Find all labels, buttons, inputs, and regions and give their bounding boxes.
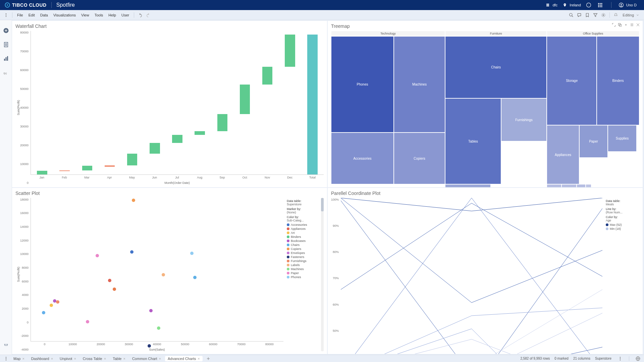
scatter-point[interactable] bbox=[132, 199, 135, 202]
waterfall-bar[interactable] bbox=[105, 165, 115, 167]
treemap-cell[interactable]: Storage bbox=[547, 36, 597, 125]
scatter-point[interactable] bbox=[86, 320, 89, 323]
scatter-point[interactable] bbox=[148, 344, 151, 348]
tab-table[interactable]: Table× bbox=[110, 356, 128, 361]
close-icon[interactable] bbox=[636, 23, 640, 27]
legend-item[interactable]: Machines bbox=[287, 267, 320, 271]
treemap-group-header[interactable]: Furniture bbox=[445, 31, 547, 36]
tab-dashboard[interactable]: Dashboard× bbox=[29, 356, 56, 361]
legend-item[interactable]: Chairs bbox=[287, 243, 320, 247]
treemap-cell[interactable]: Appliances bbox=[547, 125, 579, 185]
treemap-cell[interactable]: Furnishings bbox=[501, 98, 547, 141]
expand-icon[interactable] bbox=[612, 23, 616, 27]
tab-close-icon[interactable]: × bbox=[159, 357, 161, 361]
treemap-cell[interactable]: Labels bbox=[577, 184, 586, 187]
legend-item[interactable]: Envelopes bbox=[287, 251, 320, 255]
menu-tools[interactable]: Tools bbox=[92, 12, 106, 18]
menu-view[interactable]: View bbox=[78, 12, 92, 18]
gear-icon[interactable] bbox=[624, 23, 628, 27]
add-tab-icon[interactable] bbox=[206, 356, 211, 361]
scatter-point[interactable] bbox=[190, 252, 194, 255]
scatter-plot[interactable] bbox=[31, 198, 283, 342]
waterfall-bar[interactable] bbox=[82, 166, 93, 170]
more-vert-icon[interactable] bbox=[618, 356, 623, 361]
waterfall-plot[interactable] bbox=[31, 31, 324, 175]
tab-close-icon[interactable]: × bbox=[123, 357, 125, 361]
scatter-point[interactable] bbox=[108, 279, 111, 282]
treemap-cell[interactable]: Supplies bbox=[608, 125, 636, 152]
legend-scrollbar[interactable] bbox=[321, 198, 324, 352]
tab-close-icon[interactable]: × bbox=[51, 357, 53, 361]
treemap-cell[interactable]: Chairs bbox=[445, 36, 547, 98]
more-vert-icon[interactable] bbox=[4, 356, 8, 361]
waterfall-bar[interactable] bbox=[127, 154, 138, 165]
legend-item[interactable]: Accessories bbox=[287, 223, 320, 226]
tab-map[interactable]: Map× bbox=[11, 356, 27, 361]
treemap-cell[interactable]: Envelopes bbox=[561, 184, 576, 187]
treemap-cell[interactable]: Accessories bbox=[331, 133, 394, 185]
redo-icon[interactable] bbox=[146, 13, 151, 17]
tab-close-icon[interactable]: × bbox=[198, 357, 200, 361]
treemap-cell[interactable]: Machines bbox=[394, 36, 445, 133]
list-icon[interactable] bbox=[630, 23, 634, 27]
tab-advanced-charts[interactable]: Advanced Charts× bbox=[165, 356, 203, 361]
treemap-cell[interactable]: Paper bbox=[579, 125, 608, 158]
menu-edit[interactable]: Edit bbox=[26, 12, 38, 18]
treemap-cell[interactable]: Bookcases bbox=[445, 184, 491, 187]
treemap-group-header[interactable]: Office Supplies bbox=[547, 31, 639, 36]
legend-item[interactable]: Art bbox=[287, 231, 320, 235]
search-icon[interactable] bbox=[569, 13, 574, 17]
menu-visualizations[interactable]: Visualizations bbox=[51, 12, 78, 18]
tab-close-icon[interactable]: × bbox=[22, 357, 24, 361]
treemap-cell[interactable]: Binders bbox=[597, 36, 639, 125]
legend-item[interactable]: Paper bbox=[287, 271, 320, 275]
menu-help[interactable]: Help bbox=[106, 12, 119, 18]
treemap-cell[interactable]: Fa bbox=[586, 184, 591, 187]
scatter-point[interactable] bbox=[157, 326, 160, 330]
treemap-cell[interactable]: Art bbox=[547, 184, 561, 187]
scatter-point[interactable] bbox=[162, 273, 165, 276]
legend-item[interactable]: Bookcases bbox=[287, 239, 320, 243]
mode-selector[interactable]: Editing bbox=[620, 12, 642, 18]
waterfall-bar[interactable] bbox=[262, 67, 273, 85]
tab-unpivot[interactable]: Unpivot× bbox=[57, 356, 79, 361]
scatter-point[interactable] bbox=[149, 309, 153, 312]
user-menu[interactable]: Uno D bbox=[616, 3, 639, 7]
waterfall-bar[interactable] bbox=[37, 171, 47, 174]
gear-icon[interactable] bbox=[601, 13, 606, 17]
tab-close-icon[interactable]: × bbox=[104, 357, 106, 361]
database-selector[interactable]: dfc bbox=[543, 3, 560, 7]
menu-user[interactable]: User bbox=[119, 12, 132, 18]
legend-item[interactable]: Phones bbox=[287, 275, 320, 279]
treemap-group-header[interactable]: Technology bbox=[331, 31, 445, 36]
waterfall-bar[interactable] bbox=[59, 170, 70, 171]
legend-item[interactable]: Furnishings bbox=[287, 259, 320, 263]
bell-icon[interactable] bbox=[613, 13, 618, 17]
treemap-cell[interactable]: Tables bbox=[445, 98, 501, 184]
scatter-point[interactable] bbox=[96, 254, 99, 257]
filter-icon[interactable] bbox=[593, 13, 598, 17]
add-icon[interactable] bbox=[3, 28, 9, 34]
waterfall-bar[interactable] bbox=[195, 131, 205, 135]
tag-icon[interactable] bbox=[3, 343, 9, 348]
scatter-point[interactable] bbox=[50, 304, 53, 307]
scatter-point[interactable] bbox=[56, 300, 59, 304]
help-button[interactable]: ? bbox=[584, 3, 595, 7]
scatter-point[interactable] bbox=[42, 311, 45, 314]
waterfall-bar[interactable] bbox=[240, 85, 250, 114]
treemap-cell[interactable]: Copiers bbox=[394, 133, 445, 185]
app-switcher[interactable] bbox=[595, 3, 606, 7]
menu-data[interactable]: Data bbox=[38, 12, 51, 18]
tab-cross-table[interactable]: Cross Table× bbox=[80, 356, 109, 361]
parallel-plot[interactable] bbox=[341, 198, 602, 354]
legend-item[interactable]: Copiers bbox=[287, 247, 320, 251]
scatter-point[interactable] bbox=[130, 250, 133, 254]
legend-item[interactable]: Fasteners bbox=[287, 255, 320, 259]
legend-item[interactable]: Binders bbox=[287, 235, 320, 239]
undo-icon[interactable] bbox=[138, 13, 143, 17]
location-selector[interactable]: Ireland bbox=[560, 3, 584, 7]
tab-common-chart[interactable]: Common Chart× bbox=[129, 356, 164, 361]
scatter-point[interactable] bbox=[193, 276, 197, 279]
bookmark-icon[interactable] bbox=[585, 13, 590, 17]
waterfall-bar[interactable] bbox=[285, 35, 295, 67]
